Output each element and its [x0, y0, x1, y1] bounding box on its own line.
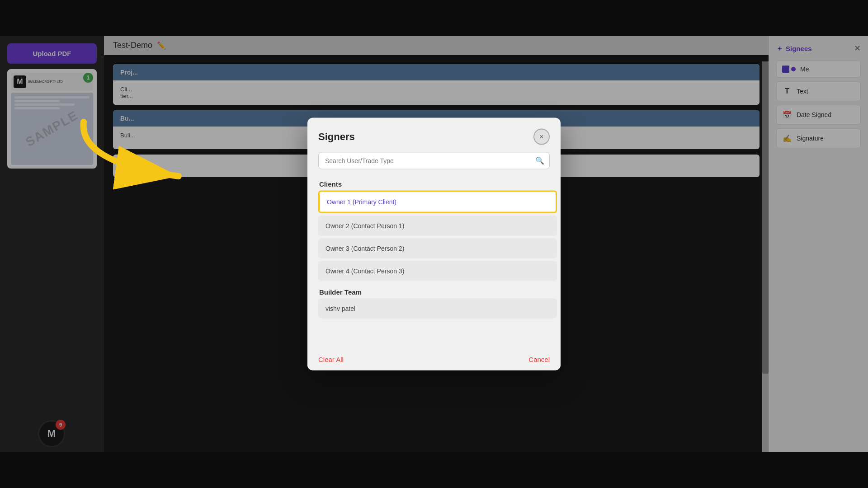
modal-footer: Clear All Cancel	[307, 348, 561, 371]
builder-team-section-label: Builder Team	[318, 288, 557, 296]
search-icon[interactable]: 🔍	[535, 156, 544, 165]
signers-modal: Signers × 🔍 Clients Owner 1 (Primary Cli…	[307, 118, 561, 371]
list-item-owner4[interactable]: Owner 4 (Contact Person 3)	[318, 261, 557, 281]
cancel-button[interactable]: Cancel	[528, 356, 550, 363]
arrow-svg	[70, 117, 206, 199]
clear-all-button[interactable]: Clear All	[318, 356, 344, 363]
modal-title: Signers	[318, 131, 355, 143]
clients-section-label: Clients	[318, 180, 557, 188]
modal-close-button[interactable]: ×	[533, 129, 550, 145]
modal-search: 🔍	[318, 152, 550, 169]
search-input[interactable]	[318, 152, 550, 169]
list-item-owner1[interactable]: Owner 1 (Primary Client)	[318, 191, 557, 213]
arrow-annotation	[70, 117, 206, 199]
list-item-owner3[interactable]: Owner 3 (Contact Person 2)	[318, 239, 557, 258]
list-item-vishv[interactable]: vishv patel	[318, 299, 557, 319]
list-item-owner2[interactable]: Owner 2 (Contact Person 1)	[318, 216, 557, 236]
modal-header: Signers ×	[307, 118, 561, 152]
modal-list[interactable]: Clients Owner 1 (Primary Client) Owner 2…	[318, 177, 561, 348]
